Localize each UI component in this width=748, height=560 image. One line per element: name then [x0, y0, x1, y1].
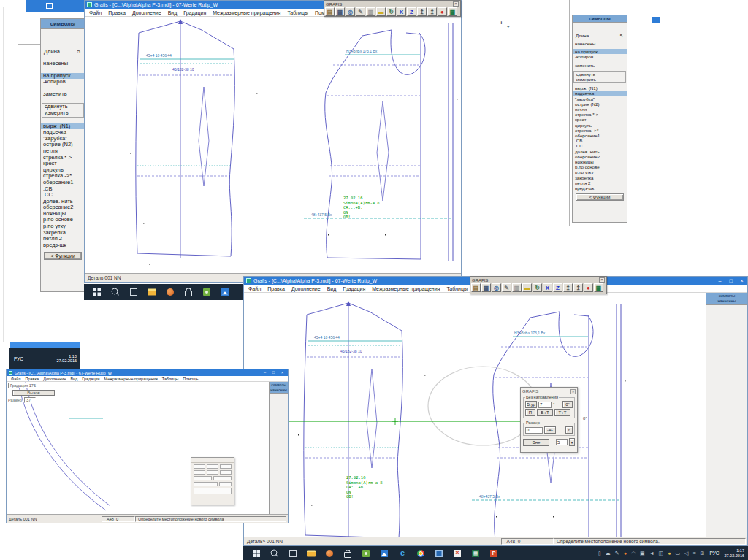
menu-item[interactable]: Межразмерные приращения — [104, 377, 158, 381]
menu-item[interactable]: Вид — [327, 286, 337, 291]
edit-icon[interactable]: ✎ — [356, 7, 365, 16]
sidebar-item[interactable]: р.по основе — [41, 217, 85, 223]
store-icon[interactable] — [183, 288, 194, 297]
zoom-icon[interactable]: ◎ — [492, 283, 501, 292]
explorer-icon[interactable] — [306, 548, 316, 558]
cad-app-icon[interactable]: × — [452, 548, 462, 558]
size-value-field[interactable]: 37 — [24, 397, 36, 403]
sidebar-item[interactable]: вредз-шк — [41, 242, 85, 249]
sidebar-item[interactable]: "зарубка" — [573, 96, 627, 101]
menu-item[interactable]: Градация — [183, 10, 206, 15]
axis-x-icon[interactable]: X — [543, 283, 552, 292]
sidebar-item[interactable]: долев. нить — [41, 199, 85, 205]
close-icon[interactable]: × — [279, 370, 286, 375]
sidebar-item[interactable]: р.по утку — [573, 169, 627, 174]
explorer-icon[interactable] — [147, 288, 157, 297]
sidebar-item[interactable]: "зарубка" — [41, 136, 85, 142]
sidebar-item[interactable]: циркуль — [573, 123, 627, 128]
close-icon[interactable]: × — [739, 277, 745, 284]
sidebar-item[interactable]: крест — [573, 117, 627, 122]
size-input[interactable]: 0 — [525, 427, 543, 434]
menu-item[interactable]: Вид — [168, 10, 178, 15]
maximize-icon[interactable] — [46, 3, 53, 9]
sidebar-item[interactable]: петля — [573, 107, 627, 112]
base-direction-button[interactable]: Б.ур — [525, 401, 537, 408]
sidebar-item[interactable]: стрелка ->* — [41, 173, 85, 180]
view-icon[interactable]: ▦ — [448, 7, 457, 16]
wifi-icon[interactable]: ◠ — [631, 551, 636, 556]
minimize-icon[interactable]: – — [717, 277, 723, 284]
start-icon[interactable] — [251, 548, 262, 558]
menu-item[interactable]: Файл — [89, 10, 102, 15]
sidebar-item[interactable]: заменить — [41, 91, 85, 98]
photos-icon[interactable] — [220, 288, 230, 297]
clock[interactable]: 1:10 27.02.2016 — [56, 354, 77, 364]
save-icon[interactable]: ▦ — [335, 7, 345, 16]
sidebar-item[interactable]: -копиров. — [573, 54, 627, 59]
edge-icon[interactable]: e — [397, 548, 408, 558]
powerpoint-icon[interactable]: P — [489, 548, 499, 558]
sidebar-item[interactable]: петля 2 — [573, 180, 627, 185]
menu-item[interactable]: Дополнение — [291, 286, 321, 291]
tt-button[interactable]: Т+Т — [554, 409, 570, 416]
arrow-up1-icon[interactable]: ↥ — [417, 7, 427, 16]
menu-item[interactable]: Файл — [11, 377, 21, 381]
sidebar-item[interactable]: .СС — [41, 192, 85, 199]
axis-z-icon[interactable]: Z — [553, 283, 562, 292]
sidebar-item[interactable]: оберсание2 — [573, 154, 627, 159]
p-button[interactable]: П — [525, 409, 535, 416]
sidebar-item[interactable]: вырж (N1) — [41, 123, 85, 130]
sidebar-item[interactable]: стрелка *-> — [573, 112, 627, 117]
start-icon[interactable] — [92, 288, 102, 297]
menu-item[interactable]: Дополнение — [132, 10, 161, 15]
green-app-icon[interactable] — [361, 548, 371, 558]
close-icon[interactable]: × — [453, 1, 459, 7]
menu-item[interactable]: Градация — [343, 286, 365, 291]
search-icon[interactable] — [110, 288, 121, 297]
sidebar-item[interactable]: р.по основе — [573, 164, 627, 169]
sheet-icon[interactable]: ▥ — [366, 7, 375, 16]
sidebar-item[interactable]: стрелка *-> — [41, 155, 85, 161]
stop-icon[interactable]: ● — [584, 283, 593, 292]
functions-button[interactable]: < Функции — [576, 193, 624, 201]
sidebar-item[interactable]: ножницы — [41, 211, 85, 218]
edit-icon[interactable]: ✎ — [502, 283, 511, 292]
search-icon[interactable] — [270, 548, 280, 558]
maximize-icon[interactable]: □ — [728, 277, 734, 284]
app-window-icon[interactable]: ◫ — [659, 551, 664, 556]
menu-item[interactable]: Таблицы — [287, 10, 308, 15]
sidebar-item[interactable]: оберсание2 — [41, 204, 85, 211]
arrow-up2-icon[interactable]: ↥ — [573, 283, 583, 292]
sidebar-item[interactable]: .СС — [573, 143, 627, 148]
media-app-icon[interactable] — [324, 548, 335, 558]
battery-icon[interactable]: ▯ — [598, 551, 601, 556]
save-icon[interactable]: ▦ — [481, 283, 491, 292]
stop-icon[interactable]: ● — [438, 7, 447, 16]
sidebar-item[interactable]: ножницы — [573, 159, 627, 164]
open-icon[interactable]: ▤ — [471, 283, 481, 292]
a-button[interactable]: -А- — [544, 426, 556, 434]
zero-degree-button[interactable]: 0° — [562, 401, 573, 408]
menu-item[interactable]: Межразмерные приращения — [213, 10, 280, 15]
network-icon[interactable]: ≡ — [692, 551, 695, 556]
sidebar-item[interactable]: острие (N2) — [41, 142, 85, 148]
sidebar-item[interactable]: р.по утку — [41, 223, 85, 230]
sidebar-item[interactable]: надсечка — [41, 129, 85, 136]
ruler-icon[interactable]: ▬ — [522, 283, 532, 292]
language-indicator[interactable]: РУС — [14, 356, 23, 361]
sidebar-item[interactable]: закрепка — [573, 175, 627, 180]
sidebar-item[interactable]: -копиров. — [41, 79, 85, 85]
sidebar-item[interactable]: циркуль — [41, 167, 85, 174]
rotate-icon[interactable]: ↻ — [386, 7, 396, 16]
remote-app-icon[interactable] — [434, 548, 444, 558]
open-icon[interactable]: ▤ — [325, 7, 335, 16]
store-icon[interactable] — [343, 548, 353, 558]
photos-icon[interactable] — [379, 548, 389, 558]
menu-item[interactable]: Межразмерные приращения — [372, 286, 440, 291]
sidebar-item[interactable]: стрелка ->* — [573, 128, 627, 133]
view-icon[interactable]: ▦ — [594, 283, 603, 292]
sidebar-item[interactable]: надсечка — [573, 91, 627, 96]
update-icon[interactable]: ● — [624, 551, 627, 556]
grid-icon[interactable]: ⊞ — [701, 551, 705, 556]
menu-item[interactable]: Таблицы — [446, 286, 468, 291]
